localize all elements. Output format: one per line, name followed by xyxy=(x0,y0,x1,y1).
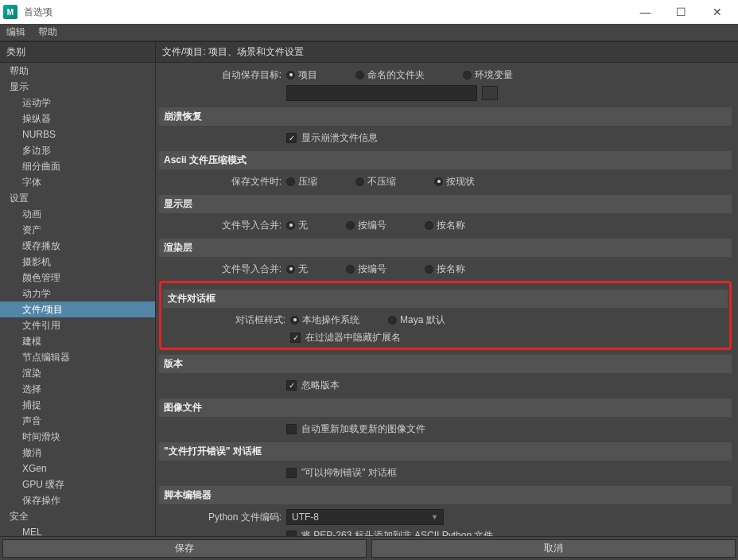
menubar: 编辑 帮助 xyxy=(0,24,738,41)
displaylayer-radio-bynum[interactable]: 按编号 xyxy=(346,219,386,232)
tree-item[interactable]: 动画 xyxy=(0,206,155,222)
section-image-file: 图像文件 xyxy=(159,399,732,417)
renderlayer-radio-none[interactable]: 无 xyxy=(286,262,308,276)
autosave-path-row xyxy=(159,84,732,103)
tree-item[interactable]: 显示 xyxy=(0,79,155,95)
tree-item[interactable]: MEL xyxy=(0,524,155,536)
close-button[interactable]: ✕ xyxy=(699,0,735,24)
tree-item[interactable]: 声音 xyxy=(0,413,155,429)
tree-item[interactable]: 缓存播放 xyxy=(0,238,155,254)
tree-item[interactable]: GPU 缓存 xyxy=(0,476,155,492)
renderlayer-radio-bynum[interactable]: 按编号 xyxy=(346,262,386,276)
tree-item[interactable]: 撤消 xyxy=(0,445,155,461)
tree-item[interactable]: 操纵器 xyxy=(0,111,155,126)
ascii-radio-nocompress[interactable]: 不压缩 xyxy=(355,175,396,189)
displaylayer-radio-byname[interactable]: 按名称 xyxy=(425,219,465,232)
tree-item[interactable]: 文件引用 xyxy=(0,317,155,333)
section-display-layer: 显示层 xyxy=(159,195,732,213)
section-version: 版本 xyxy=(159,355,732,373)
tree-item[interactable]: 节点编辑器 xyxy=(0,349,155,365)
ascii-radio-asis[interactable]: 按现状 xyxy=(434,175,475,189)
checkbox-show-crash-info[interactable]: ✓显示崩溃文件信息 xyxy=(286,131,378,145)
tree-item[interactable]: 细分曲面 xyxy=(0,158,155,174)
tree-item[interactable]: XGen xyxy=(0,461,155,476)
autosave-radio-env[interactable]: 环境变量 xyxy=(463,68,513,82)
checkbox-suppress-error[interactable]: "可以抑制错误" 对话框 xyxy=(286,466,397,480)
checkbox-ignore-version[interactable]: ✓忽略版本 xyxy=(286,379,340,392)
main-area: 类别 帮助显示运动学操纵器NURBS多边形细分曲面字体设置动画资产缓存播放摄影机… xyxy=(0,41,738,536)
titlebar: M 首选项 — ☐ ✕ xyxy=(0,0,738,24)
tree-item[interactable]: NURBS xyxy=(0,126,155,142)
sidebar: 类别 帮助显示运动学操纵器NURBS多边形细分曲面字体设置动画资产缓存播放摄影机… xyxy=(0,42,156,536)
checkbox-auto-reload-image[interactable]: 自动重新加载更新的图像文件 xyxy=(286,422,425,436)
renderlayer-radio-byname[interactable]: 按名称 xyxy=(425,262,465,276)
section-open-error: "文件打开错误" 对话框 xyxy=(159,442,732,461)
footer: 保存 取消 xyxy=(0,536,738,560)
autosave-target-row: 自动保存目标: 项目 命名的文件夹 环境变量 xyxy=(159,66,732,84)
section-render-layer: 渲染层 xyxy=(159,239,732,257)
filedialog-radio-maya[interactable]: Maya 默认 xyxy=(388,313,445,327)
section-script-editor: 脚本编辑器 xyxy=(159,486,732,504)
tree-item[interactable]: 选择 xyxy=(0,381,155,397)
maximize-button[interactable]: ☐ xyxy=(663,0,699,24)
ascii-radio-compress[interactable]: 压缩 xyxy=(286,175,317,189)
content-header: 文件/项目: 项目、场景和文件设置 xyxy=(156,42,738,63)
content-body[interactable]: 自动保存目标: 项目 命名的文件夹 环境变量 崩溃恢复 ✓显示崩溃文件信息 As… xyxy=(156,63,738,536)
cancel-button[interactable]: 取消 xyxy=(371,539,736,558)
tree-item[interactable]: 摄影机 xyxy=(0,254,155,270)
tree-item[interactable]: 多边形 xyxy=(0,142,155,158)
checkbox-hide-extensions[interactable]: ✓在过滤器中隐藏扩展名 xyxy=(290,331,401,344)
autosave-radio-project[interactable]: 项目 xyxy=(286,68,317,82)
tree-item[interactable]: 帮助 xyxy=(0,63,155,79)
tree-item[interactable]: 资产 xyxy=(0,222,155,238)
tree-item[interactable]: 保存操作 xyxy=(0,492,155,508)
save-button[interactable]: 保存 xyxy=(2,539,367,558)
menu-edit[interactable]: 编辑 xyxy=(6,25,25,39)
browse-folder-icon[interactable] xyxy=(482,86,498,100)
section-crash-recovery: 崩溃恢复 xyxy=(159,107,732,126)
tree-item[interactable]: 字体 xyxy=(0,174,155,190)
content-panel: 文件/项目: 项目、场景和文件设置 自动保存目标: 项目 命名的文件夹 环境变量… xyxy=(156,42,738,536)
tree-item[interactable]: 渲染 xyxy=(0,365,155,381)
section-ascii-compress: Ascii 文件压缩模式 xyxy=(159,151,732,169)
category-tree[interactable]: 帮助显示运动学操纵器NURBS多边形细分曲面字体设置动画资产缓存播放摄影机颜色管… xyxy=(0,63,155,536)
autosave-path-field[interactable] xyxy=(286,85,477,101)
tree-item[interactable]: 建模 xyxy=(0,333,155,349)
autosave-radio-folder[interactable]: 命名的文件夹 xyxy=(355,68,425,82)
tree-item[interactable]: 捕捉 xyxy=(0,397,155,413)
menu-help[interactable]: 帮助 xyxy=(38,25,57,39)
tree-item[interactable]: 设置 xyxy=(0,190,155,206)
tree-item[interactable]: 文件/项目 xyxy=(0,301,155,317)
chevron-down-icon: ▼ xyxy=(431,513,438,521)
displaylayer-radio-none[interactable]: 无 xyxy=(286,219,308,232)
sidebar-header: 类别 xyxy=(0,42,155,63)
autosave-target-label: 自动保存目标: xyxy=(159,68,286,82)
filedialog-radio-native[interactable]: 本地操作系统 xyxy=(290,313,359,327)
window-title: 首选项 xyxy=(24,6,52,19)
python-encoding-dropdown[interactable]: UTF-8 ▼ xyxy=(286,509,444,525)
tree-item[interactable]: 动力学 xyxy=(0,286,155,301)
section-file-dialog: 文件对话框 xyxy=(163,290,728,308)
minimize-button[interactable]: — xyxy=(627,0,663,24)
tree-item[interactable]: 安全 xyxy=(0,508,155,524)
tree-item[interactable]: 颜色管理 xyxy=(0,270,155,286)
tree-item[interactable]: 时间滑块 xyxy=(0,429,155,445)
highlight-file-dialog: 文件对话框 对话框样式: 本地操作系统 Maya 默认 ✓在过滤器中隐藏扩展名 xyxy=(159,281,732,350)
app-logo: M xyxy=(3,5,17,19)
checkbox-pep263[interactable]: 将 PEP-263 标头添加到非 ASCII Python 文件 xyxy=(286,529,493,537)
tree-item[interactable]: 运动学 xyxy=(0,95,155,111)
